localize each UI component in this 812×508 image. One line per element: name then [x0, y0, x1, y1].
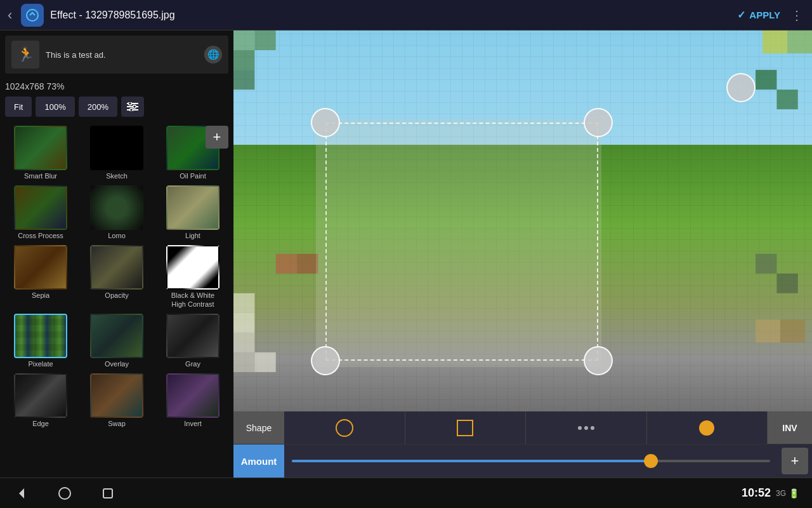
fit-button[interactable]: Fit: [5, 97, 32, 117]
back-button[interactable]: [13, 485, 30, 502]
effect-item-invert[interactable]: Invert: [155, 371, 231, 431]
svg-rect-14: [297, 254, 318, 274]
effect-item-sepia[interactable]: Sepia: [3, 243, 79, 311]
settings-button[interactable]: [121, 97, 144, 117]
more-menu-button[interactable]: ⋮: [790, 8, 804, 23]
effect-item-smart-blur[interactable]: Smart Blur: [3, 123, 79, 183]
effect-item-overlay[interactable]: Overlay: [79, 311, 155, 371]
effect-label-bw-high-contrast: Black & WhiteHigh Contrast: [171, 291, 214, 308]
handle-bottom-left[interactable]: [311, 346, 340, 375]
effect-label-lomo: Lomo: [108, 232, 126, 240]
inv-button[interactable]: INV: [768, 411, 812, 444]
effect-item-opacity[interactable]: Opacity: [79, 243, 155, 311]
nav-bar: 10:52 3G 🔋: [0, 478, 812, 508]
battery-icon: 🔋: [789, 488, 799, 498]
svg-point-5: [133, 105, 136, 109]
apply-label: APPLY: [749, 10, 780, 20]
apply-button[interactable]: ✓ APPLY: [737, 9, 780, 21]
image-dimensions: 1024x768: [5, 81, 44, 91]
plus-amount-button[interactable]: +: [782, 448, 808, 474]
svg-rect-9: [233, 50, 254, 70]
effect-item-sketch[interactable]: Sketch: [79, 123, 155, 183]
image-zoom: 73%: [46, 81, 64, 91]
shape-row: Shape: [233, 411, 812, 444]
svg-rect-8: [254, 30, 275, 50]
svg-rect-11: [763, 30, 787, 53]
shape-label: Shape: [233, 411, 284, 444]
effect-label-edge: Edge: [32, 420, 49, 428]
svg-point-0: [27, 10, 38, 21]
zoom-100-button[interactable]: 100%: [36, 97, 74, 117]
recent-button[interactable]: [99, 485, 117, 502]
effect-thumb-swap: [90, 373, 143, 418]
handle-top-center[interactable]: [726, 73, 756, 102]
effect-item-lomo[interactable]: Lomo: [79, 183, 155, 243]
effect-thumb-invert: [166, 373, 219, 418]
effect-item-gray[interactable]: Gray: [155, 311, 231, 371]
effect-thumb-lomo: [90, 185, 143, 230]
amount-row: Amount +: [233, 444, 812, 478]
effect-thumb-opacity: [90, 245, 143, 290]
slider-thumb[interactable]: [644, 454, 658, 468]
svg-rect-10: [233, 70, 254, 90]
shape-options: [284, 411, 768, 444]
svg-rect-23: [776, 274, 797, 293]
nav-icons: [13, 485, 742, 502]
circle-shape-icon: [336, 419, 353, 437]
top-bar-right: ✓ APPLY ⋮: [737, 8, 804, 23]
time-display: 10:52: [742, 486, 771, 500]
effect-thumb-edge: [14, 373, 67, 418]
svg-rect-25: [780, 319, 805, 342]
main-area: 🏃 This is a test ad. 🌐 1024x768 73% Fit …: [0, 30, 812, 478]
svg-point-4: [128, 102, 131, 105]
effect-item-cross-process[interactable]: Cross Process: [3, 183, 79, 243]
back-nav-icon[interactable]: ‹: [8, 7, 12, 23]
shape-square-option[interactable]: [405, 411, 527, 444]
top-bar: ‹ Effect - 1329789851695.jpg ✓ APPLY ⋮: [0, 0, 812, 30]
shape-filled-option[interactable]: [647, 411, 768, 444]
effect-label-smart-blur: Smart Blur: [24, 172, 57, 180]
svg-rect-19: [254, 352, 275, 372]
effect-item-edge[interactable]: Edge: [3, 371, 79, 431]
app-icon: [21, 4, 44, 27]
signal-text: 3G: [776, 489, 786, 498]
svg-rect-24: [756, 319, 780, 342]
effect-thumb-light: [166, 185, 219, 230]
zoom-200-button[interactable]: 200%: [79, 97, 117, 117]
svg-rect-18: [233, 352, 254, 372]
effect-label-swap: Swap: [108, 420, 126, 428]
shape-dots-option[interactable]: [526, 411, 647, 444]
ad-text: This is a test ad.: [46, 50, 198, 60]
effect-thumb-sepia: [14, 245, 67, 290]
slider-fill: [292, 460, 651, 462]
svg-rect-16: [233, 313, 254, 333]
handle-top-right[interactable]: [584, 108, 613, 137]
page-title: Effect - 1329789851695.jpg: [50, 10, 174, 21]
handle-bottom-right[interactable]: [584, 346, 613, 375]
shape-circle-option[interactable]: [284, 411, 405, 444]
effect-item-swap[interactable]: Swap: [79, 371, 155, 431]
bottom-controls: Shape: [233, 411, 812, 478]
ad-globe-icon[interactable]: 🌐: [204, 46, 222, 64]
effect-label-sketch: Sketch: [106, 172, 128, 180]
effect-label-invert: Invert: [184, 420, 202, 428]
add-effect-button[interactable]: +: [206, 126, 228, 149]
handle-top-left[interactable]: [311, 108, 340, 137]
effect-item-bw-high-contrast[interactable]: Black & WhiteHigh Contrast: [155, 243, 231, 311]
svg-rect-17: [233, 333, 254, 352]
effect-item-pixelate[interactable]: Pixelate: [3, 311, 79, 371]
svg-point-6: [129, 109, 133, 112]
slider-track[interactable]: [292, 460, 770, 462]
effect-label-gray: Gray: [185, 360, 200, 368]
home-button[interactable]: [56, 485, 74, 502]
nav-status: 10:52 3G 🔋: [742, 486, 799, 500]
signal-info: 3G 🔋: [776, 488, 799, 498]
top-bar-left: ‹ Effect - 1329789851695.jpg: [8, 4, 737, 27]
filled-circle-icon: [699, 420, 714, 436]
check-icon: ✓: [737, 9, 745, 21]
effect-item-light[interactable]: Light: [155, 183, 231, 243]
effect-label-pixelate: Pixelate: [28, 360, 53, 368]
canvas-area[interactable]: [233, 30, 812, 411]
ad-banner[interactable]: 🏃 This is a test ad. 🌐: [5, 36, 228, 74]
slider-container[interactable]: [284, 460, 778, 462]
